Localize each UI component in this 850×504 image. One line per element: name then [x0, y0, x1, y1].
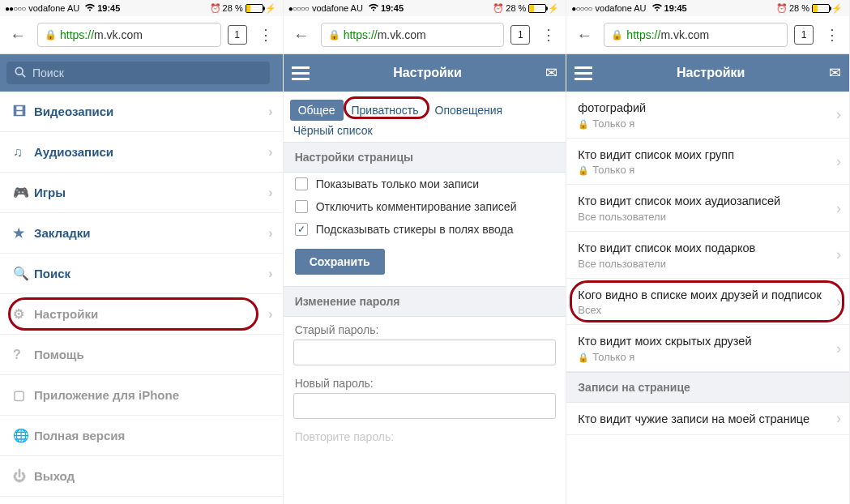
tab-count-button[interactable]: 1 [794, 25, 814, 45]
power-icon: ⏻ [13, 469, 34, 484]
chevron-right-icon: › [836, 199, 841, 216]
back-icon[interactable]: ← [5, 26, 31, 45]
chevron-right-icon: › [836, 340, 841, 357]
tab-count-button[interactable]: 1 [228, 25, 247, 45]
menu-item-audio[interactable]: ♫Аудиозаписи› [0, 132, 283, 173]
carrier-label: vodafone AU [28, 3, 79, 13]
checkbox-label: Подсказывать стикеры в полях ввода [316, 223, 514, 236]
pane-settings: ●○○○○ vodafone AU 19:45 ⏰ 28 % ⚡ ← 🔒http… [284, 0, 567, 504]
menu-item-help[interactable]: ?Помощь [0, 335, 283, 375]
section-change-password: Изменение пароля [284, 286, 566, 317]
privacy-title: фотографий [578, 101, 838, 115]
lock-icon: 🔒 [328, 29, 340, 41]
star-icon: ★ [13, 225, 34, 241]
vk-header: Поиск [0, 54, 283, 92]
new-password-label: Новый пароль: [284, 370, 566, 393]
menu-item-iphone-app[interactable]: ▢Приложение для iPhone [0, 375, 283, 416]
privacy-item-friends-list[interactable]: Кого видно в списке моих друзей и подпис… [566, 279, 849, 326]
menu-item-games[interactable]: 🎮Игры› [0, 173, 283, 213]
privacy-title: Кого видно в списке моих друзей и подпис… [578, 288, 838, 302]
save-button[interactable]: Сохранить [295, 249, 385, 275]
menu-kebab-icon[interactable]: ⋮ [536, 26, 561, 44]
tab-count-button[interactable]: 1 [510, 25, 530, 45]
wifi-icon [651, 3, 663, 13]
tab-general[interactable]: Общее [290, 100, 344, 121]
back-icon[interactable]: ← [288, 26, 314, 45]
url-field[interactable]: 🔒 https://m.vk.com [37, 23, 221, 47]
privacy-item-gifts[interactable]: Кто видит список моих подарков Все польз… [566, 232, 849, 279]
url-host: m.vk.com [378, 28, 426, 41]
tab-privacy[interactable]: Приватность [344, 100, 427, 121]
checkbox-label: Показывать только мои записи [316, 177, 479, 190]
privacy-item-others-posts[interactable]: Кто видит чужие записи на моей странице … [566, 403, 849, 435]
gear-icon: ⚙ [13, 306, 34, 322]
pane-menu: ●●○○○ vodafone AU 19:45 ⏰ 28 % ⚡ ← 🔒 htt… [0, 0, 284, 504]
menu-kebab-icon[interactable]: ⋮ [254, 26, 278, 44]
browser-bar: ← 🔒https://m.vk.com 1 ⋮ [284, 16, 566, 54]
chevron-right-icon: › [268, 226, 272, 241]
privacy-item-groups[interactable]: Кто видит список моих групп 🔒Только я › [566, 139, 849, 186]
charging-icon: ⚡ [831, 3, 843, 14]
section-page-settings: Настройки страницы [284, 142, 566, 173]
search-input[interactable]: Поиск [6, 62, 270, 84]
chevron-right-icon: › [268, 267, 272, 281]
signal-dots-icon: ●●○○○ [5, 4, 25, 13]
alarm-icon: ⏰ [210, 3, 221, 14]
menu-kebab-icon[interactable]: ⋮ [820, 26, 844, 44]
menu-item-video[interactable]: 🎞Видеозаписи› [0, 92, 283, 132]
tab-blacklist[interactable]: Чёрный список [284, 124, 566, 142]
browser-bar: ← 🔒 https://m.vk.com 1 ⋮ [0, 16, 283, 54]
privacy-value: 🔒Только я [578, 117, 838, 130]
status-bar: ●●○○○ vodafone AU 19:45 ⏰ 28 % ⚡ [0, 0, 283, 16]
new-password-input[interactable] [293, 393, 557, 419]
tab-notifications[interactable]: Оповещения [427, 100, 511, 121]
mail-icon[interactable]: ✉ [829, 64, 841, 82]
checkbox-icon [295, 177, 308, 190]
privacy-title: Кто видит список моих аудиозаписей [578, 194, 838, 208]
svg-line-1 [22, 74, 25, 77]
menu-item-settings[interactable]: ⚙Настройки› [0, 294, 283, 335]
settings-body: Общее Приватность Оповещения Чёрный спис… [284, 92, 566, 504]
checkbox-only-my-posts[interactable]: Показывать только мои записи [284, 173, 566, 195]
checkbox-disable-comments[interactable]: Отключить комментирование записей [284, 195, 566, 218]
back-icon[interactable]: ← [571, 26, 597, 45]
url-host: m.vk.com [660, 28, 709, 41]
battery-icon [528, 4, 546, 13]
time-label: 19:45 [381, 3, 404, 13]
privacy-item-photos[interactable]: фотографий 🔒Только я › [566, 92, 849, 139]
hamburger-icon[interactable] [574, 66, 592, 80]
chevron-right-icon: › [836, 293, 841, 310]
vk-header: Настройки ✉ [284, 54, 566, 92]
hamburger-icon[interactable] [292, 66, 310, 80]
signal-dots-icon: ●○○○○ [288, 4, 309, 13]
audio-icon: ♫ [13, 145, 34, 160]
checkbox-suggest-stickers[interactable]: Подсказывать стикеры в полях ввода [284, 218, 566, 241]
privacy-item-hidden-friends[interactable]: Кто видит моих скрытых друзей 🔒Только я … [566, 325, 849, 372]
chevron-right-icon: › [268, 307, 272, 322]
privacy-list: фотографий 🔒Только я › Кто видит список … [566, 92, 849, 504]
url-field[interactable]: 🔒https://m.vk.com [604, 23, 788, 47]
mail-icon[interactable]: ✉ [545, 64, 557, 82]
url-field[interactable]: 🔒https://m.vk.com [321, 23, 505, 47]
lock-icon: 🔒 [578, 119, 589, 129]
lock-icon: 🔒 [578, 165, 589, 175]
charging-icon: ⚡ [548, 3, 559, 14]
signal-dots-icon: ●○○○○ [571, 4, 592, 13]
url-scheme: https:// [626, 28, 660, 41]
privacy-title: Кто видит список моих подарков [578, 241, 838, 255]
menu-item-logout[interactable]: ⏻Выход [0, 456, 283, 497]
menu-item-bookmarks[interactable]: ★Закладки› [0, 213, 283, 254]
chevron-right-icon: › [836, 410, 841, 427]
search-placeholder: Поиск [32, 66, 64, 79]
chevron-right-icon: › [268, 145, 272, 160]
games-icon: 🎮 [13, 185, 34, 200]
menu-item-full-version[interactable]: 🌐Полная версия [0, 416, 283, 456]
privacy-title: Кто видит список моих групп [578, 148, 838, 162]
menu-label: Приложение для iPhone [34, 388, 179, 402]
menu-item-search[interactable]: 🔍Поиск› [0, 254, 283, 294]
privacy-item-audio[interactable]: Кто видит список моих аудиозаписей Все п… [566, 185, 849, 232]
privacy-title: Кто видит чужие записи на моей странице [578, 412, 838, 426]
page-title: Настройки [310, 66, 546, 80]
menu-label: Выход [34, 469, 75, 483]
old-password-input[interactable] [293, 340, 557, 365]
